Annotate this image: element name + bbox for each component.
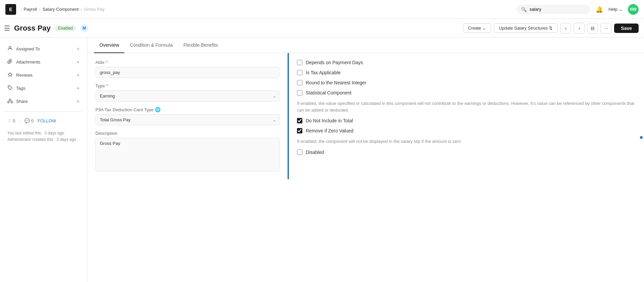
comments-count[interactable]: 💬 0 bbox=[25, 118, 34, 123]
p9a-select-wrapper: Total Gross Pay Basic Salary Other ⌄ bbox=[95, 114, 280, 125]
top-nav-right: 🔔 Help ⌄ NW bbox=[596, 4, 639, 15]
sidebar-item-reviews[interactable]: Reviews + bbox=[4, 69, 83, 81]
sidebar-item-share[interactable]: Share + bbox=[4, 95, 83, 107]
type-select[interactable]: Earning Deduction bbox=[95, 90, 280, 102]
app-logo[interactable]: E bbox=[5, 4, 16, 15]
sidebar-item-assigned-to[interactable]: Assigned To + bbox=[4, 43, 83, 55]
sidebar-item-tags[interactable]: Tags + bbox=[4, 82, 83, 94]
statistical-info-text: If enabled, the value specified or calcu… bbox=[297, 100, 636, 113]
abbr-input[interactable] bbox=[95, 67, 280, 78]
zero-valued-info-text: If enabled, the component will not be di… bbox=[297, 138, 636, 145]
right-panel: Depends on Payment Days Is Tax Applicabl… bbox=[289, 53, 644, 179]
tab-flexible-benefits[interactable]: Flexible Benefits bbox=[178, 38, 223, 53]
follow-button[interactable]: FOLLOW bbox=[38, 118, 56, 123]
p9a-label: P9A Tax Deduction Card Type 🌐 bbox=[95, 107, 280, 112]
is-tax-applicable-row: Is Tax Applicable bbox=[297, 70, 636, 75]
is-tax-applicable-checkbox[interactable] bbox=[297, 70, 302, 75]
add-share-icon[interactable]: + bbox=[77, 98, 80, 105]
page-header: ☰ Gross Pay Enabled M Create ⌄ Update Sa… bbox=[0, 19, 644, 38]
save-button[interactable]: Save bbox=[614, 24, 639, 33]
last-edited-text: You last edited this · 3 days ago bbox=[7, 130, 80, 136]
add-assigned-to-icon[interactable]: + bbox=[77, 46, 80, 52]
scroll-indicator bbox=[640, 136, 643, 139]
created-by-text: Administrator created this · 3 days ago bbox=[7, 136, 80, 143]
chevron-down-icon: ⌄ bbox=[482, 26, 486, 31]
round-to-nearest-integer-checkbox[interactable] bbox=[297, 80, 302, 85]
sidebar-item-reviews-label: Reviews bbox=[16, 73, 73, 78]
likes-count[interactable]: ♡ 0 bbox=[7, 118, 15, 123]
depends-on-payment-days-row: Depends on Payment Days bbox=[297, 60, 636, 65]
update-salary-structures-button[interactable]: Update Salary Structures ⇅ bbox=[494, 23, 558, 33]
sidebar-divider bbox=[4, 111, 83, 112]
avatar[interactable]: NW bbox=[628, 4, 639, 15]
sidebar-item-share-label: Share bbox=[16, 99, 73, 104]
print-button[interactable]: ⊟ bbox=[587, 23, 598, 34]
disabled-row: Disabled bbox=[297, 150, 636, 155]
search-box[interactable]: 🔍 bbox=[516, 5, 590, 14]
tab-overview[interactable]: Overview bbox=[94, 38, 124, 53]
comment-icon: 💬 bbox=[25, 118, 30, 123]
globe-icon: 🌐 bbox=[155, 107, 161, 112]
type-label: Type * bbox=[95, 83, 280, 88]
m-badge: M bbox=[80, 24, 88, 32]
is-tax-applicable-label: Is Tax Applicable bbox=[306, 70, 341, 75]
depends-on-payment-days-checkbox[interactable] bbox=[297, 60, 302, 65]
search-icon: 🔍 bbox=[521, 7, 527, 12]
tab-condition-formula[interactable]: Condition & Formula bbox=[124, 38, 178, 53]
p9a-select[interactable]: Total Gross Pay Basic Salary Other bbox=[95, 114, 280, 125]
page-title: Gross Pay bbox=[14, 24, 51, 33]
tab-bar: Overview Condition & Formula Flexible Be… bbox=[87, 38, 644, 53]
svg-point-0 bbox=[9, 46, 11, 48]
sidebar-meta: ♡ 0 · 💬 0 FOLLOW bbox=[4, 116, 83, 126]
assigned-to-icon bbox=[7, 46, 13, 52]
breadcrumb-current: Gross Pay bbox=[84, 7, 104, 12]
disabled-checkbox[interactable] bbox=[297, 150, 302, 155]
sidebar-item-attachments[interactable]: Attachments + bbox=[4, 56, 83, 68]
round-to-nearest-integer-label: Round to the Nearest Integer bbox=[306, 80, 367, 85]
main-layout: Assigned To + Attachments + Reviews + Ta… bbox=[0, 38, 644, 282]
form-section: Abbr * Type * Earning Deduction ⌄ P9A T bbox=[87, 53, 289, 179]
do-not-include-in-total-label: Do Not Include in Total bbox=[306, 118, 353, 123]
tags-icon bbox=[7, 85, 13, 91]
breadcrumb: › Payroll › Salary Component › Gross Pay bbox=[20, 7, 104, 12]
round-to-nearest-integer-row: Round to the Nearest Integer bbox=[297, 80, 636, 85]
breadcrumb-payroll[interactable]: Payroll bbox=[24, 7, 37, 12]
heart-icon: ♡ bbox=[7, 118, 11, 123]
add-attachment-icon[interactable]: + bbox=[77, 59, 80, 65]
hamburger-icon[interactable]: ☰ bbox=[4, 24, 10, 32]
more-options-button[interactable]: ··· bbox=[601, 23, 611, 34]
sidebar-item-tags-label: Tags bbox=[16, 86, 73, 91]
type-select-wrapper: Earning Deduction ⌄ bbox=[95, 90, 280, 102]
disabled-label: Disabled bbox=[306, 150, 324, 155]
help-label: Help bbox=[608, 7, 617, 12]
header-actions: Create ⌄ Update Salary Structures ⇅ ‹ › … bbox=[463, 23, 639, 34]
do-not-include-in-total-checkbox[interactable] bbox=[297, 118, 302, 123]
notification-bell-icon[interactable]: 🔔 bbox=[596, 6, 603, 13]
remove-if-zero-valued-checkbox[interactable] bbox=[297, 128, 302, 133]
sidebar-footer: You last edited this · 3 days ago Admini… bbox=[4, 127, 83, 146]
abbr-label: Abbr * bbox=[95, 60, 280, 65]
prev-button[interactable]: ‹ bbox=[560, 23, 571, 34]
content-area: Abbr * Type * Earning Deduction ⌄ P9A T bbox=[87, 53, 644, 179]
search-input[interactable] bbox=[529, 7, 586, 12]
description-textarea[interactable]: Gross Pay bbox=[95, 138, 280, 171]
svg-point-4 bbox=[11, 102, 13, 103]
sidebar-item-assigned-to-label: Assigned To bbox=[16, 46, 73, 51]
add-review-icon[interactable]: + bbox=[77, 72, 80, 78]
statistical-component-checkbox[interactable] bbox=[297, 90, 302, 95]
svg-point-3 bbox=[8, 102, 9, 103]
remove-if-zero-valued-row: Remove if Zero Valued bbox=[297, 128, 636, 133]
chevron-up-down-icon: ⇅ bbox=[549, 26, 553, 31]
status-badge: Enabled bbox=[55, 25, 76, 31]
attachments-icon bbox=[7, 59, 13, 65]
do-not-include-in-total-row: Do Not Include in Total bbox=[297, 118, 636, 123]
next-button[interactable]: › bbox=[574, 23, 585, 34]
statistical-component-row: Statistical Component bbox=[297, 90, 636, 95]
statistical-component-label: Statistical Component bbox=[306, 90, 351, 95]
svg-point-1 bbox=[9, 86, 9, 87]
breadcrumb-salary-component[interactable]: Salary Component bbox=[42, 7, 79, 12]
help-button[interactable]: Help ⌄ bbox=[608, 7, 622, 12]
add-tag-icon[interactable]: + bbox=[77, 85, 80, 91]
share-icon bbox=[7, 98, 13, 105]
create-button[interactable]: Create ⌄ bbox=[463, 23, 491, 33]
